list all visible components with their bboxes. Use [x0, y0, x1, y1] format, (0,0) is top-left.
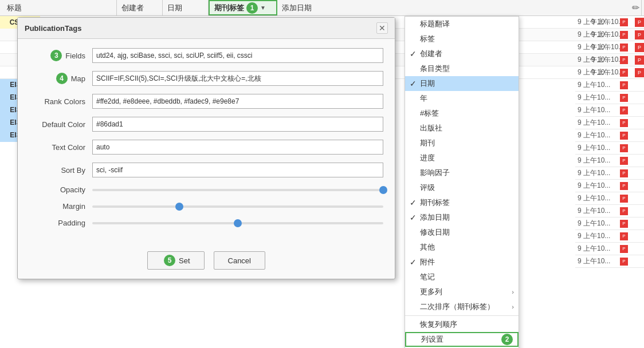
padding-label: Padding — [29, 219, 92, 227]
right-row: 9 上午10...P — [575, 217, 644, 230]
header-journal-tag[interactable]: 期刊标签 1 ▼ — [209, 0, 277, 15]
padding-slider-container — [92, 222, 383, 224]
menu-item-add-date[interactable]: ✓ 添加日期 — [405, 210, 519, 225]
pdf-icon: P — [620, 132, 628, 140]
right-row: 9 上午10...P — [575, 117, 644, 129]
title-label: 标题 — [7, 3, 22, 13]
opacity-label: Opacity — [29, 185, 92, 194]
text-color-label: Text Color — [29, 143, 92, 152]
sort-by-row: Sort By — [29, 163, 383, 177]
right-row: 9 上午10...P — [575, 167, 644, 180]
header-row: 标题 创建者 日期 期刊标签 1 ▼ 添加日期 ✏ — [0, 0, 644, 16]
pdf-icon: P — [620, 43, 628, 52]
journal-tag-label: 期刊标签 — [214, 3, 244, 13]
menu-item-more-columns[interactable]: 更多列 › — [405, 284, 519, 299]
menu-item-year[interactable]: 年 — [405, 91, 519, 106]
right-row: 9 上午10...P — [575, 41, 644, 54]
margin-label: Margin — [29, 202, 92, 211]
pdf-icon: P — [620, 157, 628, 165]
menu-item-modify-date[interactable]: 修改日期 — [405, 225, 519, 240]
padding-track — [92, 222, 383, 224]
right-row: 9 上午10...P — [575, 243, 644, 255]
dialog-title-bar: PublicationTags ✕ — [18, 18, 395, 39]
opacity-slider-container — [92, 189, 383, 191]
check-icon: ✓ — [410, 258, 420, 267]
right-row: 9 上午10...P — [575, 29, 644, 41]
menu-item-creator[interactable]: ✓ 创建者 — [405, 46, 519, 61]
menu-item-rating[interactable]: 评级 — [405, 180, 519, 195]
fields-input[interactable] — [92, 48, 383, 63]
dialog-body: 3 Fields 4 Map Rank Colors Default Color — [18, 39, 395, 244]
pdf-icon: P — [620, 207, 628, 215]
menu-item-notes[interactable]: 笔记 — [405, 270, 519, 284]
column-dropdown-menu: 标题翻译 标签 ✓ 创建者 条目类型 ✓ 日期 年 #标签 出版社 期刊 进度 … — [405, 16, 519, 348]
right-row: 9 上午10...P — [575, 155, 644, 167]
menu-item-column-settings[interactable]: 列设置 2 — [405, 332, 519, 347]
margin-thumb[interactable] — [175, 203, 183, 211]
right-row: 9 上午10...P — [575, 16, 644, 29]
fields-row: 3 Fields — [29, 48, 383, 63]
menu-item-item-type[interactable]: 条目类型 — [405, 61, 519, 76]
menu-item-date[interactable]: ✓ 日期 — [405, 76, 519, 91]
sort-by-input[interactable] — [92, 163, 383, 177]
right-row: 9 上午10...P — [575, 54, 644, 66]
dialog-footer: 5 Set Cancel — [18, 244, 395, 279]
margin-row: Margin — [29, 202, 383, 211]
menu-item-restore-column-order[interactable]: 恢复列顺序 — [405, 317, 519, 332]
right-row: 9 上午10...P — [575, 205, 644, 217]
menu-item-journal-tag[interactable]: ✓ 期刊标签 — [405, 195, 519, 210]
header-title: 标题 — [2, 0, 117, 15]
margin-track — [92, 205, 383, 208]
opacity-thumb[interactable] — [379, 186, 387, 194]
check-icon: ✓ — [410, 79, 420, 88]
right-row: 9 上午10...P — [575, 66, 644, 79]
right-row: 9 上午10...P — [575, 129, 644, 142]
date-label: 日期 — [167, 3, 182, 13]
dialog-title: PublicationTags — [25, 24, 81, 33]
pdf-icon: P — [620, 69, 628, 77]
header-date: 日期 — [163, 0, 209, 15]
right-row: 9 上午10...P — [575, 230, 644, 243]
opacity-track — [92, 189, 383, 191]
menu-item-title-translation[interactable]: 标题翻译 — [405, 17, 519, 31]
right-row: 9 上午10...P — [575, 142, 644, 155]
menu-item-progress[interactable]: 进度 — [405, 151, 519, 165]
map-input[interactable] — [92, 71, 383, 86]
menu-item-attachment[interactable]: ✓ 附件 — [405, 255, 519, 270]
menu-item-publisher[interactable]: 出版社 — [405, 121, 519, 136]
check-icon: ✓ — [410, 198, 420, 207]
pdf-icon: P — [620, 31, 628, 39]
rank-colors-row: Rank Colors — [29, 94, 383, 109]
header-add-date: 添加日期 — [277, 0, 642, 15]
publication-tags-dialog: PublicationTags ✕ 3 Fields 4 Map Rank Co… — [17, 17, 395, 279]
default-color-row: Default Color — [29, 117, 383, 132]
menu-item-secondary-sort[interactable]: 二次排序（期刊标签） › — [405, 299, 519, 314]
menu-item-tag[interactable]: 标签 — [405, 31, 519, 46]
pdf-icon: P — [620, 220, 628, 228]
add-date-label: 添加日期 — [282, 3, 312, 13]
menu-divider — [405, 315, 519, 316]
submenu-arrow-icon: › — [512, 288, 514, 295]
menu-item-hash-tag[interactable]: #标签 — [405, 106, 519, 121]
pdf-icon: P — [620, 245, 628, 253]
menu-item-other[interactable]: 其他 — [405, 240, 519, 255]
padding-thumb[interactable] — [234, 219, 242, 227]
dialog-close-button[interactable]: ✕ — [376, 22, 388, 34]
set-button[interactable]: 5 Set — [147, 251, 205, 270]
pdf-icon: P — [620, 18, 628, 26]
menu-item-impact-factor[interactable]: 影响因子 — [405, 165, 519, 180]
map-label: 4 Map — [29, 73, 92, 84]
text-color-input[interactable] — [92, 140, 383, 155]
right-row: 9 上午10...P — [575, 79, 644, 92]
pdf-icon: P — [620, 119, 628, 127]
default-color-input[interactable] — [92, 117, 383, 132]
cancel-button[interactable]: Cancel — [214, 251, 265, 270]
header-creator: 创建者 — [117, 0, 163, 15]
edit-columns-button[interactable]: ✏ — [632, 2, 639, 13]
menu-item-journal[interactable]: 期刊 — [405, 136, 519, 151]
right-row: 9 上午10...P — [575, 180, 644, 192]
right-row: 9 上午10...P — [575, 104, 644, 117]
check-icon: ✓ — [410, 49, 420, 58]
rank-colors-input[interactable] — [92, 94, 383, 109]
pdf-icon: P — [620, 182, 628, 190]
